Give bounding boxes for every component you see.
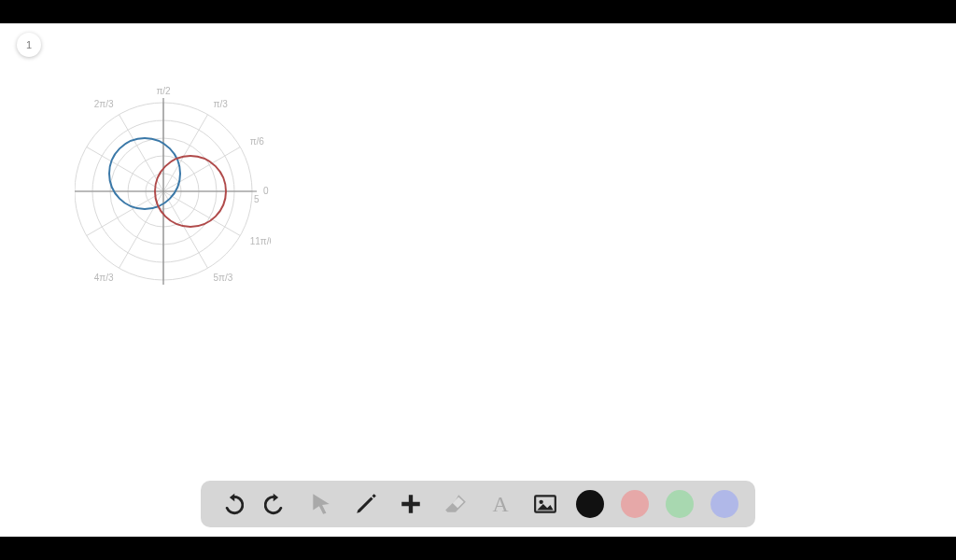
- svg-point-28: [109, 138, 180, 209]
- color-swatch-black[interactable]: [576, 490, 604, 518]
- color-swatch-green[interactable]: [666, 490, 694, 518]
- svg-line-7: [163, 115, 208, 191]
- redo-button[interactable]: [262, 490, 290, 518]
- color-swatch-red[interactable]: [621, 490, 649, 518]
- svg-text:5π/3: 5π/3: [214, 273, 233, 283]
- image-button[interactable]: [531, 490, 559, 518]
- canvas-stage[interactable]: 1 0π/6π/3π/22π/34π/35π/311π/65 A: [0, 23, 956, 537]
- polar-chart: 0π/6π/3π/22π/34π/35π/311π/65: [75, 79, 271, 294]
- page-number-badge[interactable]: 1: [17, 33, 41, 57]
- svg-text:5: 5: [254, 194, 260, 204]
- redo-icon: [264, 492, 288, 516]
- svg-line-12: [87, 191, 163, 236]
- eraser-button[interactable]: [442, 490, 470, 518]
- svg-text:2π/3: 2π/3: [94, 99, 114, 109]
- svg-text:11π/6: 11π/6: [250, 236, 271, 246]
- svg-text:0: 0: [263, 186, 269, 196]
- text-button[interactable]: A: [486, 490, 514, 518]
- svg-text:A: A: [492, 492, 509, 516]
- cursor-icon: [309, 492, 333, 516]
- text-icon: A: [488, 492, 513, 516]
- letterbox-bottom: [0, 537, 956, 560]
- undo-icon: [219, 492, 244, 516]
- add-button[interactable]: [397, 490, 425, 518]
- toolbar: A: [201, 481, 755, 527]
- svg-text:π/2: π/2: [156, 86, 171, 96]
- letterbox-top: [0, 0, 956, 23]
- image-icon: [533, 492, 557, 516]
- svg-text:π/6: π/6: [250, 136, 265, 147]
- pencil-icon: [354, 492, 378, 516]
- eraser-icon: [443, 492, 468, 516]
- pen-button[interactable]: [352, 490, 380, 518]
- plus-icon: [399, 492, 423, 516]
- color-swatch-blue[interactable]: [710, 490, 738, 518]
- svg-line-16: [163, 191, 240, 236]
- polar-chart-svg: 0π/6π/3π/22π/34π/35π/311π/65: [75, 79, 271, 294]
- svg-text:4π/3: 4π/3: [94, 273, 114, 283]
- svg-line-10: [87, 147, 163, 192]
- svg-line-15: [163, 191, 208, 268]
- page-number-label: 1: [26, 39, 32, 50]
- select-button[interactable]: [307, 490, 335, 518]
- svg-text:π/3: π/3: [214, 99, 229, 109]
- svg-point-32: [540, 500, 543, 504]
- undo-button[interactable]: [218, 490, 246, 518]
